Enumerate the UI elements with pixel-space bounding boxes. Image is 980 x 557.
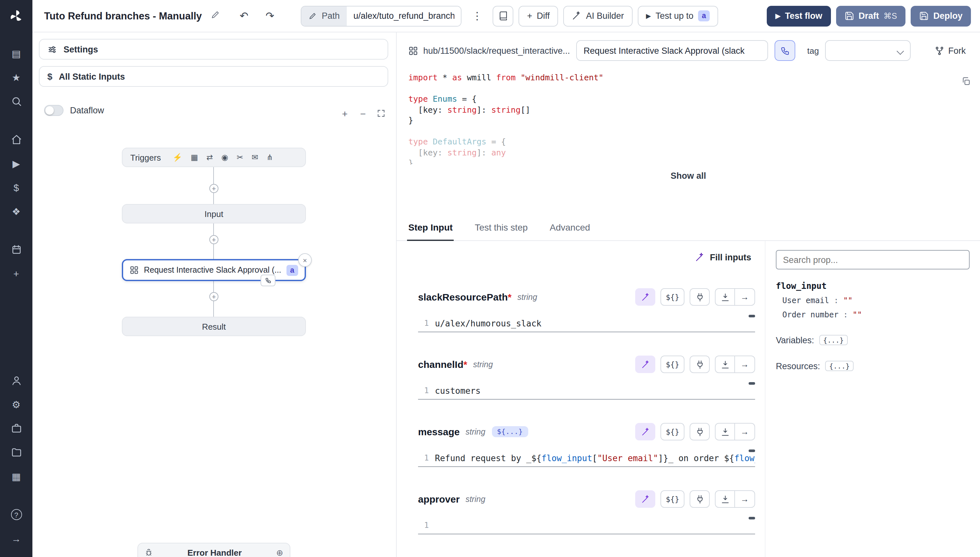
- suspend-approval-phone-icon[interactable]: [261, 275, 276, 286]
- expression-toggle-button[interactable]: ${}: [660, 355, 684, 373]
- fill-inputs-button[interactable]: Fill inputs: [691, 250, 755, 265]
- ai-fill-wand-button[interactable]: [635, 355, 655, 373]
- insert-step-button[interactable]: +: [209, 184, 219, 193]
- fork-button[interactable]: Fork: [929, 42, 971, 59]
- result-node[interactable]: Result: [122, 317, 306, 336]
- plug-connect-button[interactable]: [689, 355, 710, 373]
- windmill-logo[interactable]: [7, 7, 26, 26]
- http-route-trigger-icon[interactable]: ⇄: [206, 153, 213, 162]
- plug-connect-button[interactable]: [689, 288, 710, 306]
- field-value-editor[interactable]: 1 u/alex/humorous_slack: [418, 315, 755, 332]
- diff-button[interactable]: + Diff: [518, 5, 558, 26]
- draft-button[interactable]: Draft ⌘S: [836, 5, 905, 26]
- dataflow-toggle[interactable]: [44, 105, 64, 116]
- runs-list-icon[interactable]: ▤: [5, 44, 27, 63]
- windmill-flow-editor: ▤ ★ ▶ $ ❖ + ⚙ ▦ ? → Tuto Ref: [0, 0, 980, 557]
- copy-code-icon[interactable]: [961, 77, 971, 89]
- field-value-editor[interactable]: 1 customers: [418, 382, 755, 400]
- plug-connect-button[interactable]: [689, 490, 710, 508]
- favorites-star-icon[interactable]: ★: [5, 68, 27, 87]
- settings-gear-icon[interactable]: ⚙: [5, 395, 27, 414]
- fit-view-button[interactable]: [373, 106, 390, 121]
- more-menu-kebab-icon[interactable]: ⋮: [467, 5, 487, 26]
- zoom-in-button[interactable]: +: [336, 106, 353, 121]
- download-value-button[interactable]: [715, 490, 735, 508]
- resources-icon[interactable]: ❖: [5, 202, 27, 221]
- schedules-calendar-icon[interactable]: [5, 240, 27, 259]
- tab-step-input[interactable]: Step Input: [407, 216, 454, 241]
- prop-item-user-email[interactable]: User email : "": [782, 296, 970, 305]
- path-button[interactable]: Path: [302, 6, 347, 26]
- test-flow-button[interactable]: ▶ Test flow: [767, 5, 831, 26]
- user-icon[interactable]: [5, 371, 27, 390]
- websocket-trigger-icon[interactable]: ◉: [221, 153, 228, 162]
- schedule-trigger-icon[interactable]: ▦: [191, 153, 198, 162]
- path-input[interactable]: [347, 6, 461, 26]
- help-icon[interactable]: ?: [5, 505, 27, 524]
- expression-toggle-button[interactable]: ${}: [660, 288, 684, 306]
- kafka-trigger-icon[interactable]: ⋔: [266, 153, 273, 162]
- step-node-id-badge: a: [286, 265, 298, 275]
- flow-input-root[interactable]: flow_input: [776, 281, 970, 291]
- download-value-button[interactable]: [715, 288, 735, 306]
- download-value-button[interactable]: [715, 355, 735, 373]
- code-editor[interactable]: import * as wmill from "windmill-client"…: [397, 67, 980, 164]
- arrow-right-button[interactable]: →: [735, 288, 755, 306]
- ai-fill-wand-button[interactable]: [635, 490, 655, 508]
- flow-input-node[interactable]: Input: [122, 204, 306, 223]
- home-icon[interactable]: [5, 130, 27, 149]
- hub-script-path[interactable]: hub/11500/slack/request_interactive...: [408, 46, 570, 55]
- variables-dollar-icon[interactable]: $: [5, 178, 27, 197]
- deploy-button[interactable]: Deploy: [911, 5, 971, 26]
- ai-fill-wand-button[interactable]: [635, 423, 655, 440]
- variables-label: Variables:: [776, 335, 814, 345]
- download-value-button[interactable]: [715, 423, 735, 440]
- collapse-sidebar-icon[interactable]: →: [5, 529, 27, 548]
- redo-button[interactable]: ↷: [260, 5, 280, 26]
- tab-advanced[interactable]: Advanced: [548, 216, 591, 240]
- search-icon[interactable]: [5, 92, 27, 111]
- arrow-right-button[interactable]: →: [735, 423, 755, 440]
- create-plus-icon[interactable]: +: [5, 264, 27, 283]
- runs-play-icon[interactable]: ▶: [5, 154, 27, 173]
- edit-title-pencil-icon[interactable]: [211, 10, 221, 22]
- ai-fill-wand-button[interactable]: [635, 288, 655, 306]
- email-trigger-icon[interactable]: ✉: [252, 153, 258, 162]
- tab-test-this-step[interactable]: Test this step: [474, 216, 529, 240]
- triggers-node[interactable]: Triggers ⚡ ▦ ⇄ ◉ ✂ ✉ ⋔: [122, 148, 306, 167]
- resources-expand-badge[interactable]: {...}: [825, 361, 854, 371]
- workspace-briefcase-icon[interactable]: [5, 419, 27, 438]
- suspend-approval-toggle-button[interactable]: [775, 40, 795, 61]
- expression-toggle-button[interactable]: ${}: [660, 490, 684, 508]
- insert-step-button[interactable]: +: [209, 292, 219, 301]
- tag-select[interactable]: [825, 40, 911, 61]
- step-node-a[interactable]: Request Interactive Slack Approval (... …: [122, 259, 306, 281]
- zoom-out-button[interactable]: −: [354, 106, 371, 121]
- field-value-editor[interactable]: 1 Refund request by _${flow_input["User …: [418, 450, 755, 467]
- step-header: hub/11500/slack/request_interactive... t…: [397, 33, 980, 67]
- insert-step-button[interactable]: +: [209, 235, 219, 244]
- webhook-trigger-icon[interactable]: ⚡: [172, 153, 182, 162]
- test-up-to-button[interactable]: ▶ Test up to a: [637, 5, 718, 26]
- ai-builder-button[interactable]: AI Builder: [563, 5, 632, 26]
- apps-grid-icon[interactable]: ▦: [5, 467, 27, 486]
- variables-expand-badge[interactable]: {...}: [819, 335, 848, 345]
- show-all-button[interactable]: Show all: [397, 164, 980, 187]
- docs-book-button[interactable]: [493, 5, 513, 26]
- step-summary-input[interactable]: [577, 40, 768, 61]
- all-static-inputs-button[interactable]: $ All Static Inputs: [39, 66, 388, 87]
- undo-button[interactable]: ↶: [234, 5, 255, 26]
- error-handler-node[interactable]: Error Handler ⊕: [137, 543, 291, 557]
- flow-settings-button[interactable]: Settings: [39, 39, 388, 60]
- field-value-editor[interactable]: 1: [418, 517, 755, 534]
- postgres-trigger-icon[interactable]: ✂: [237, 153, 243, 162]
- search-prop-input[interactable]: [776, 250, 970, 269]
- arrow-right-button[interactable]: →: [735, 355, 755, 373]
- folders-icon[interactable]: [5, 443, 27, 462]
- prop-item-order-number[interactable]: Order number : "": [782, 310, 970, 319]
- add-error-handler-button[interactable]: ⊕: [276, 547, 283, 557]
- plug-connect-button[interactable]: [689, 423, 710, 440]
- expression-toggle-button[interactable]: ${}: [660, 423, 684, 440]
- arrow-right-button[interactable]: →: [735, 490, 755, 508]
- delete-step-button[interactable]: ×: [298, 253, 312, 267]
